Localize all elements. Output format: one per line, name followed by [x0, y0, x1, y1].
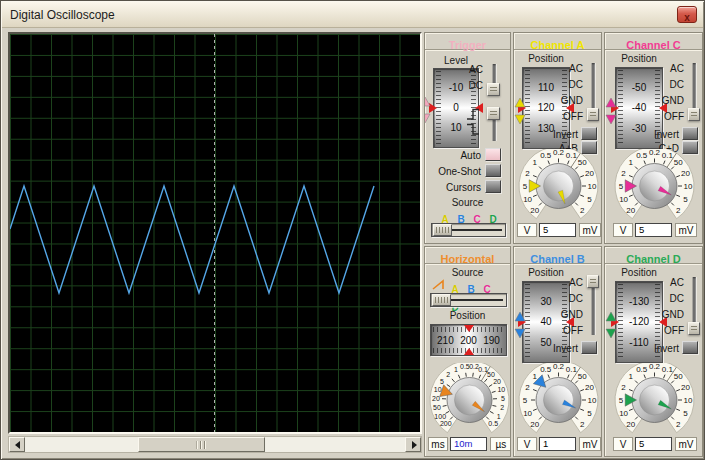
svg-text:50: 50	[674, 158, 683, 167]
svg-text:2: 2	[525, 169, 530, 178]
scrollbar-right-button[interactable]	[405, 437, 421, 452]
switch-handle[interactable]	[487, 107, 500, 120]
svg-text:1: 1	[533, 372, 538, 381]
channel-b-scale-knob[interactable]: 20105210.50.20.150201052	[514, 363, 602, 437]
coupling-label-OFF: OFF	[543, 323, 583, 339]
coupling-label-OFF: OFF	[644, 323, 684, 339]
channel-a-scale-knob[interactable]: 20105210.50.20.150201052	[514, 149, 602, 223]
svg-text:10: 10	[619, 195, 628, 204]
svg-text:2: 2	[446, 371, 450, 378]
svg-text:5: 5	[683, 409, 688, 418]
svg-text:20: 20	[585, 383, 594, 392]
svg-text:50: 50	[674, 372, 683, 381]
channel-d-scale-knob[interactable]: 20105210.50.20.150201052	[610, 363, 699, 437]
svg-text:1: 1	[533, 158, 538, 167]
horizontal-source-slider-handle[interactable]	[432, 294, 451, 306]
svg-text:5: 5	[440, 378, 444, 385]
channel-a-position-arrows-icon[interactable]	[514, 97, 526, 125]
trigger-one-shot-button[interactable]	[485, 164, 501, 177]
svg-text:1: 1	[629, 158, 634, 167]
svg-text:2: 2	[621, 383, 626, 392]
channel-d-scale-unit-left-label: V	[613, 437, 633, 451]
close-icon: x	[684, 12, 690, 23]
horizontal-timebase-value-field[interactable]: 10m	[450, 437, 487, 451]
trigger-coupling-switch[interactable]	[487, 62, 500, 98]
svg-text:5: 5	[587, 409, 592, 418]
channel-c-position-arrows-icon[interactable]	[605, 97, 617, 125]
channel-b-scale-unit-left-label: V	[517, 437, 537, 451]
trigger-auto-label: Auto	[429, 150, 481, 161]
red-pointer-bottom-icon[interactable]	[464, 348, 474, 355]
channel-a-scale-units-row: V5mV	[514, 223, 602, 238]
channel-d-panel: Channel D Position -130-120-110 ACDCGNDO…	[604, 246, 703, 457]
channel-b-position-arrows-icon[interactable]	[514, 311, 526, 339]
switch-handle[interactable]	[688, 108, 700, 121]
coupling-label-OFF: OFF	[644, 109, 684, 125]
switch-handle[interactable]	[688, 322, 700, 335]
switch-handle[interactable]	[587, 275, 599, 288]
svg-text:0.5: 0.5	[540, 365, 552, 374]
trigger-auto-button[interactable]	[485, 148, 501, 161]
trigger-level-arrows-icon[interactable]	[424, 96, 431, 124]
coupling-label-GND: GND	[644, 307, 684, 323]
svg-text:50: 50	[578, 372, 587, 381]
horizontal-position-scale[interactable]: 210200190	[430, 324, 507, 356]
red-pointer-top-icon[interactable]	[464, 325, 474, 332]
switch-handle[interactable]	[587, 108, 599, 121]
coupling-label-DC: DC	[543, 291, 583, 307]
svg-text:50: 50	[578, 158, 587, 167]
svg-text:2: 2	[500, 404, 504, 411]
channel-b-coupling-switch[interactable]	[587, 275, 599, 337]
svg-text:0.2: 0.2	[649, 149, 661, 157]
svg-text:10: 10	[588, 182, 597, 191]
svg-text:0.5: 0.5	[488, 420, 498, 427]
svg-text:2: 2	[525, 383, 530, 392]
channel-c-header: Channel C	[605, 33, 702, 50]
horizontal-title: Horizontal	[441, 253, 495, 265]
channel-b-coupling-labels: ACDCGNDOFF	[543, 275, 583, 339]
channel-a-scale-unit-left-label: V	[517, 223, 537, 237]
channel-a-title: Channel A	[531, 39, 585, 51]
channel-d-coupling-switch[interactable]	[688, 275, 700, 337]
svg-text:1: 1	[454, 366, 458, 373]
trigger-edge-switch[interactable]	[487, 107, 500, 143]
switch-handle[interactable]	[487, 83, 500, 96]
channel-b-scale-value-field[interactable]: 1	[539, 437, 576, 451]
scrollbar-left-button[interactable]	[9, 437, 25, 452]
channel-a-coupling-switch[interactable]	[587, 61, 599, 123]
channel-a-scale-value-field[interactable]: 5	[539, 223, 576, 237]
trigger-coupling-labels: ACDC	[449, 62, 483, 94]
channel-b-invert-button[interactable]	[581, 341, 597, 354]
channel-a-scale-unit-right-label: mV	[579, 223, 601, 237]
coupling-label-DC: DC	[543, 77, 583, 93]
horizontal-timebase-knob[interactable]: 2001005020105210.50.20.15020105210.5	[425, 363, 511, 437]
svg-text:20: 20	[626, 420, 635, 429]
horizontal-source-slider[interactable]	[430, 293, 507, 307]
scope-scrollbar[interactable]	[8, 436, 422, 453]
coupling-label-DC: DC	[644, 77, 684, 93]
scrollbar-thumb[interactable]	[138, 437, 265, 452]
trigger-source-slider-handle[interactable]	[433, 224, 452, 236]
coupling-label-GND: GND	[543, 93, 583, 109]
scope-display-frame	[8, 32, 422, 434]
channel-d-position-arrows-icon[interactable]	[605, 311, 617, 339]
svg-text:5: 5	[619, 182, 624, 191]
channel-c-coupling-switch[interactable]	[688, 61, 700, 123]
coupling-label-GND: GND	[543, 307, 583, 323]
svg-text:10: 10	[684, 396, 693, 405]
horizontal-source-label: Source	[425, 267, 510, 278]
channel-d-invert-button[interactable]	[682, 341, 698, 354]
trigger-source-slider[interactable]	[431, 223, 506, 237]
trigger-source-label: Source	[425, 197, 510, 208]
coupling-label-AC: AC	[644, 275, 684, 291]
trigger-cursors-button[interactable]	[485, 180, 501, 193]
close-button[interactable]: x	[677, 6, 697, 23]
titlebar[interactable]: Digital Oscilloscope x	[2, 2, 703, 28]
channel-c-scale-knob[interactable]: 20105210.50.20.150201052	[610, 149, 699, 223]
channel-c-invert-button[interactable]	[682, 127, 698, 140]
channel-d-scale-value-field[interactable]: 5	[635, 437, 672, 451]
scrollbar-grip-icon	[196, 441, 207, 449]
channel-c-scale-value-field[interactable]: 5	[635, 223, 672, 237]
channel-d-title: Channel D	[626, 253, 680, 265]
channel-a-invert-button[interactable]	[581, 127, 597, 140]
